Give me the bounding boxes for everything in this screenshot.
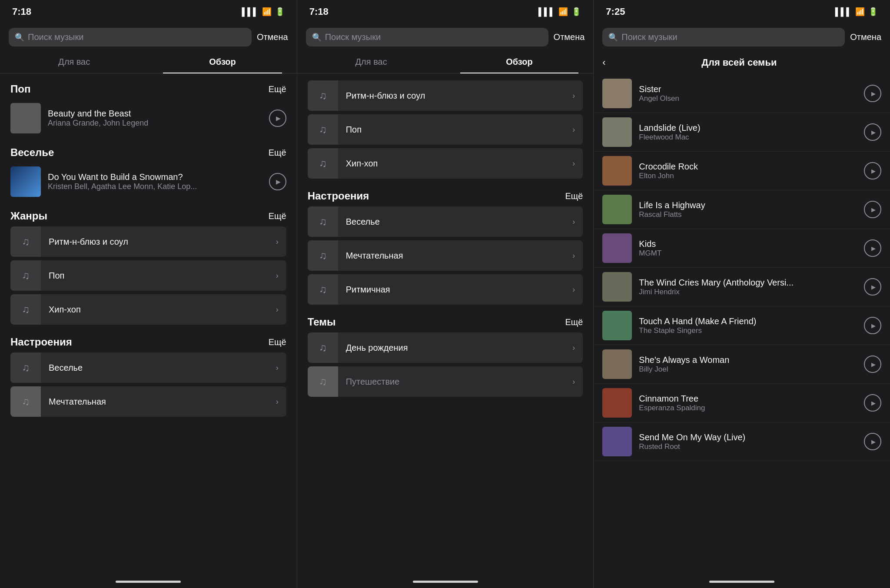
genre-icon-hiphop-2: ♫ bbox=[308, 148, 338, 179]
genre-row-pop[interactable]: ♫ Поп › bbox=[0, 260, 297, 291]
genre-row-birthday-2[interactable]: ♫ День рождения › bbox=[297, 332, 594, 363]
tab-for-you-2[interactable]: Для вас bbox=[297, 51, 445, 73]
moods-more[interactable]: Ещё bbox=[269, 337, 286, 347]
song-row-cinnamon[interactable]: Cinnamon Tree Esperanza Spalding bbox=[594, 384, 890, 422]
home-indicator-1 bbox=[0, 575, 297, 588]
song-row-kids[interactable]: Kids MGMT bbox=[594, 229, 890, 268]
genre-label-hiphop-2[interactable]: Хип-хоп › bbox=[338, 148, 583, 179]
song-row-landslide[interactable]: Landslide (Live) Fleetwood Mac bbox=[594, 113, 890, 152]
album-art-wind bbox=[602, 272, 632, 302]
search-bar-1: 🔍 Поиск музыки Отмена bbox=[0, 23, 297, 51]
genres-more[interactable]: Ещё bbox=[269, 211, 286, 221]
status-icons-1: ▌▌▌ 📶 🔋 bbox=[242, 7, 284, 17]
search-input-1[interactable]: 🔍 Поиск музыки bbox=[9, 28, 252, 47]
genre-row-travel-2[interactable]: ♫ Путешествие › bbox=[297, 366, 594, 397]
genre-label-birthday-2[interactable]: День рождения › bbox=[338, 332, 583, 363]
album-art-landslide bbox=[602, 117, 632, 147]
play-btn-highway[interactable] bbox=[864, 201, 881, 218]
genre-label-travel-2[interactable]: Путешествие › bbox=[338, 366, 583, 397]
song-title-cinnamon: Cinnamon Tree bbox=[639, 394, 857, 404]
status-bar-1: 7:18 ▌▌▌ 📶 🔋 bbox=[0, 0, 297, 23]
genre-row-rhythmic-2[interactable]: ♫ Ритмичная › bbox=[297, 274, 594, 305]
play-btn-snowman[interactable] bbox=[269, 173, 286, 190]
song-row-wind[interactable]: The Wind Cries Mary (Anthology Versi... … bbox=[594, 268, 890, 306]
back-header-3: ‹ Для всей семьи bbox=[594, 51, 890, 74]
pop-more[interactable]: Ещё bbox=[269, 84, 286, 94]
genre-row-pop-2[interactable]: ♫ Поп › bbox=[297, 114, 594, 145]
genre-icon-hiphop: ♫ bbox=[10, 294, 41, 325]
song-artist-snowman: Kristen Bell, Agatha Lee Monn, Katie Lop… bbox=[48, 182, 262, 191]
genre-row-rnb-2[interactable]: ♫ Ритм-н-блюз и соул › bbox=[297, 80, 594, 111]
song-thumb-beauty bbox=[10, 103, 41, 133]
themes-more-2[interactable]: Ещё bbox=[565, 317, 583, 327]
play-btn-woman[interactable] bbox=[864, 355, 881, 373]
song-row-highway[interactable]: Life Is a Highway Rascal Flatts bbox=[594, 190, 890, 229]
genre-label-hiphop[interactable]: Хип-хоп › bbox=[41, 294, 286, 325]
genre-row-fun[interactable]: ♫ Веселье › bbox=[0, 352, 297, 383]
genre-label-dreamy-2[interactable]: Мечтательная › bbox=[338, 240, 583, 271]
play-btn-sister[interactable] bbox=[864, 85, 881, 102]
song-artist-beauty: Ariana Grande, John Legend bbox=[48, 119, 262, 128]
genre-label-rnb-2[interactable]: Ритм-н-блюз и соул › bbox=[338, 80, 583, 111]
play-btn-touch[interactable] bbox=[864, 317, 881, 334]
song-info-send: Send Me On My Way (Live) Rusted Root bbox=[639, 432, 857, 451]
genre-row-dreamy[interactable]: ♫ Мечтательная › bbox=[0, 386, 297, 417]
screen-3: 7:25 ▌▌▌ 📶 🔋 🔍 Поиск музыки Отмена ‹ Для… bbox=[593, 0, 890, 588]
genre-row-rnb[interactable]: ♫ Ритм-н-блюз и соул › bbox=[0, 226, 297, 257]
search-input-3[interactable]: 🔍 Поиск музыки bbox=[602, 28, 845, 47]
genre-row-hiphop-2[interactable]: ♫ Хип-хоп › bbox=[297, 148, 594, 179]
genre-name-pop-2: Поп bbox=[346, 125, 362, 135]
play-btn-kids[interactable] bbox=[864, 239, 881, 257]
tabs-1: Для вас Обзор bbox=[0, 51, 297, 73]
song-info-crocodile: Crocodile Rock Elton John bbox=[639, 162, 857, 180]
genre-label-pop[interactable]: Поп › bbox=[41, 260, 286, 291]
genre-name-dreamy: Мечтательная bbox=[49, 397, 106, 407]
genre-label-rnb[interactable]: Ритм-н-блюз и соул › bbox=[41, 226, 286, 257]
genre-icon-travel-2: ♫ bbox=[308, 366, 338, 397]
play-btn-wind[interactable] bbox=[864, 278, 881, 296]
song-title-snowman: Do You Want to Build a Snowman? bbox=[48, 172, 262, 182]
song-row-send[interactable]: Send Me On My Way (Live) Rusted Root bbox=[594, 422, 890, 461]
play-btn-crocodile[interactable] bbox=[864, 162, 881, 179]
genre-label-pop-2[interactable]: Поп › bbox=[338, 114, 583, 145]
tab-for-you-1[interactable]: Для вас bbox=[0, 51, 148, 73]
genre-label-rhythmic-2[interactable]: Ритмичная › bbox=[338, 274, 583, 305]
song-row-woman[interactable]: She's Always a Woman Billy Joel bbox=[594, 345, 890, 384]
search-input-2[interactable]: 🔍 Поиск музыки bbox=[306, 28, 548, 47]
song-row-touch[interactable]: Touch A Hand (Make A Friend) The Staple … bbox=[594, 306, 890, 345]
back-btn-3[interactable]: ‹ bbox=[602, 57, 605, 68]
genre-row-hiphop[interactable]: ♫ Хип-хоп › bbox=[0, 294, 297, 325]
album-art-touch bbox=[602, 311, 632, 340]
play-btn-landslide[interactable] bbox=[864, 123, 881, 141]
genre-label-fun-2[interactable]: Веселье › bbox=[338, 206, 583, 237]
song-row-sister[interactable]: Sister Angel Olsen bbox=[594, 74, 890, 113]
music-note-travel-2: ♫ bbox=[319, 375, 327, 388]
themes-title-2: Темы bbox=[308, 316, 336, 328]
signal-icon-3: ▌▌▌ bbox=[835, 7, 852, 17]
moods-more-2[interactable]: Ещё bbox=[565, 191, 583, 201]
song-artist-landslide: Fleetwood Mac bbox=[639, 133, 857, 142]
genre-label-dreamy[interactable]: Мечтательная › bbox=[41, 386, 286, 417]
fun-more[interactable]: Ещё bbox=[269, 148, 286, 158]
play-btn-send[interactable] bbox=[864, 433, 881, 450]
cancel-btn-3[interactable]: Отмена bbox=[850, 32, 881, 42]
song-row-snowman[interactable]: Do You Want to Build a Snowman? Kristen … bbox=[0, 163, 297, 200]
song-row-crocodile[interactable]: Crocodile Rock Elton John bbox=[594, 152, 890, 190]
play-btn-beauty[interactable] bbox=[269, 110, 286, 127]
cancel-btn-2[interactable]: Отмена bbox=[554, 32, 585, 42]
play-btn-cinnamon[interactable] bbox=[864, 394, 881, 412]
status-bar-2: 7:18 ▌▌▌ 📶 🔋 bbox=[297, 0, 594, 23]
cancel-btn-1[interactable]: Отмена bbox=[257, 32, 288, 42]
tab-browse-2[interactable]: Обзор bbox=[445, 51, 594, 73]
album-art-cinnamon bbox=[602, 388, 632, 418]
genre-row-fun-2[interactable]: ♫ Веселье › bbox=[297, 206, 594, 237]
music-note-rnb-2: ♫ bbox=[319, 90, 327, 102]
genres-section-header: Жанры Ещё bbox=[0, 200, 297, 226]
genre-label-fun[interactable]: Веселье › bbox=[41, 352, 286, 383]
chevron-icon-fun: › bbox=[276, 363, 279, 372]
tab-browse-1[interactable]: Обзор bbox=[148, 51, 296, 73]
screen-2: 7:18 ▌▌▌ 📶 🔋 🔍 Поиск музыки Отмена Для в… bbox=[297, 0, 594, 588]
genre-row-dreamy-2[interactable]: ♫ Мечтательная › bbox=[297, 240, 594, 271]
status-time-1: 7:18 bbox=[12, 6, 31, 17]
song-row-beauty[interactable]: Beauty and the Beast Ariana Grande, John… bbox=[0, 100, 297, 137]
